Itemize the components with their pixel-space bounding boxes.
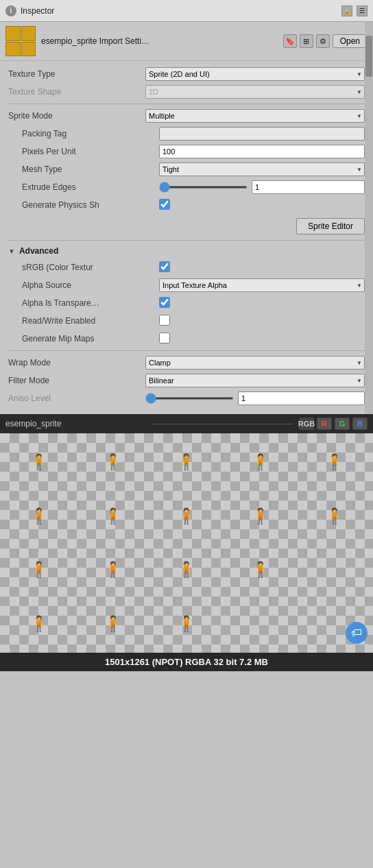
- sprite-mode-select[interactable]: Multiple: [145, 109, 365, 123]
- bookmark-icon-btn[interactable]: 🔖: [283, 34, 297, 48]
- extrude-edges-control: [159, 180, 365, 194]
- title-bar: i Inspector 🔒 ☰: [0, 0, 373, 22]
- wrap-mode-select[interactable]: Clamp: [145, 356, 365, 370]
- filter-mode-row: Filter Mode Bilinear ▼: [8, 373, 365, 388]
- alpha-source-select[interactable]: Input Texture Alpha: [159, 278, 365, 292]
- texture-type-label: Texture Type: [8, 69, 145, 79]
- generate-physics-label: Generate Physics Sh: [22, 200, 159, 210]
- sprite-thumb-3: [5, 42, 21, 57]
- sprite-mode-label: Sprite Mode: [8, 111, 145, 121]
- generate-physics-checkbox[interactable]: [159, 199, 170, 210]
- extrude-edges-slider[interactable]: [159, 186, 248, 189]
- inspector-icon: i: [5, 5, 16, 16]
- sprite-preview: 🧍 🧍 🧍 🧍 🧍 🧍 🧍 🧍 🧍 🧍 🧍 🧍 🧍 🧍 🧍 🧍 🧍 1: [0, 433, 373, 671]
- divider-2: [8, 240, 365, 241]
- texture-type-control: Sprite (2D and UI) ▼: [145, 67, 365, 81]
- srgb-control: [159, 261, 365, 274]
- texture-type-row: Texture Type Sprite (2D and UI) ▼: [8, 67, 365, 82]
- packing-tag-input[interactable]: [159, 127, 365, 141]
- aniso-level-row: Aniso Level: [8, 391, 365, 406]
- sprite-cell-16: 🧍: [3, 598, 75, 651]
- aniso-level-label: Aniso Level: [8, 394, 145, 403]
- alpha-transparent-checkbox[interactable]: [159, 297, 170, 308]
- aniso-level-slider[interactable]: [145, 397, 234, 400]
- sprite-cell-7: 🧍: [77, 490, 149, 543]
- pixels-per-unit-label: Pixels Per Unit: [22, 147, 159, 156]
- menu-button[interactable]: ☰: [357, 5, 368, 16]
- sprite-cell-5: 🧍: [298, 436, 370, 489]
- scrollbar[interactable]: [365, 22, 373, 414]
- mesh-type-select[interactable]: Tight: [159, 162, 365, 176]
- sprite-cell-4: 🧍: [224, 436, 297, 489]
- generate-physics-control: [159, 199, 365, 212]
- title-bar-controls: 🔒 ☰: [341, 5, 368, 16]
- srgb-checkbox[interactable]: [159, 261, 170, 272]
- read-write-control: [159, 315, 365, 328]
- asset-header-buttons: 🔖 ⊞ ⚙ Open: [283, 34, 368, 48]
- channel-g-button[interactable]: G: [335, 418, 350, 430]
- sprite-cell-10: 🧍: [298, 490, 370, 543]
- channel-r-button[interactable]: R: [317, 418, 332, 430]
- srgb-label: sRGB (Color Textur: [22, 263, 159, 272]
- sprite-cell-13: 🧍: [150, 544, 223, 596]
- texture-shape-control: 2D ▼: [145, 85, 365, 99]
- texture-shape-row: Texture Shape 2D ▼: [8, 84, 365, 99]
- sprite-cell-9: 🧍: [224, 490, 297, 543]
- filter-mode-control: Bilinear ▼: [145, 374, 365, 387]
- filter-mode-label: Filter Mode: [8, 376, 145, 385]
- channel-rgb-button[interactable]: RGB: [299, 418, 314, 430]
- texture-type-select[interactable]: Sprite (2D and UI): [145, 67, 365, 81]
- srgb-row: sRGB (Color Textur: [8, 260, 365, 275]
- generate-mip-label: Generate Mip Maps: [22, 334, 159, 343]
- sprite-thumb-4: [21, 42, 36, 57]
- asset-icon: [5, 26, 36, 56]
- advanced-section-header[interactable]: ▼ Advanced: [8, 246, 365, 256]
- sprite-cell-15: [298, 544, 370, 596]
- inspector-panel: esempio_sprite Import Setti… 🔖 ⊞ ⚙ Open …: [0, 22, 373, 414]
- scrollbar-thumb[interactable]: [365, 36, 372, 77]
- aniso-level-control: [145, 391, 365, 405]
- alpha-source-label: Alpha Source: [22, 280, 159, 290]
- preview-bar: esempio_sprite RGB R G B: [0, 414, 373, 433]
- pixels-per-unit-row: Pixels Per Unit: [8, 144, 365, 159]
- extrude-edges-row: Extrude Edges: [8, 180, 365, 195]
- sprite-cell-19: [224, 598, 297, 651]
- extrude-edges-value[interactable]: [252, 180, 365, 194]
- open-button[interactable]: Open: [333, 34, 368, 48]
- packing-tag-row: Packing Tag: [8, 126, 365, 141]
- filter-mode-select[interactable]: Bilinear: [145, 374, 365, 387]
- sprite-cell-8: 🧍: [150, 490, 223, 543]
- sprite-cell-1: 🧍: [3, 436, 75, 489]
- sprite-cell-2: 🧍: [77, 436, 149, 489]
- sprite-editor-button[interactable]: Sprite Editor: [296, 218, 365, 234]
- layout-icon-btn[interactable]: ⊞: [300, 34, 313, 48]
- lock-button[interactable]: 🔒: [341, 5, 352, 16]
- advanced-arrow-icon: ▼: [8, 248, 15, 255]
- sprite-editor-row: Sprite Editor: [8, 218, 365, 234]
- sprite-cell-14: 🧍: [224, 544, 297, 596]
- divider-3: [8, 350, 365, 351]
- wrap-mode-control: Clamp ▼: [145, 356, 365, 370]
- texture-shape-select[interactable]: 2D: [145, 85, 365, 99]
- aniso-level-value[interactable]: [238, 391, 365, 405]
- sprite-thumb-1: [5, 26, 21, 41]
- inspector-title: Inspector: [21, 6, 54, 16]
- settings-area: Texture Type Sprite (2D and UI) ▼ Textur…: [0, 61, 373, 414]
- pixels-per-unit-input[interactable]: [159, 145, 365, 158]
- mesh-type-label: Mesh Type: [22, 165, 159, 174]
- asset-title: esempio_sprite Import Setti…: [41, 36, 278, 46]
- sprite-grid: 🧍 🧍 🧍 🧍 🧍 🧍 🧍 🧍 🧍 🧍 🧍 🧍 🧍 🧍 🧍 🧍 🧍: [0, 433, 373, 653]
- mesh-type-row: Mesh Type Tight ▼: [8, 162, 365, 177]
- texture-shape-label: Texture Shape: [8, 87, 145, 97]
- channel-b-button[interactable]: B: [352, 418, 368, 430]
- read-write-checkbox[interactable]: [159, 315, 170, 326]
- sprite-cell-18: 🧍: [150, 598, 223, 651]
- generate-mip-checkbox[interactable]: [159, 333, 170, 343]
- preview-divider: [152, 424, 293, 424]
- gear-icon-btn[interactable]: ⚙: [316, 34, 330, 48]
- tag-icon[interactable]: 🏷: [346, 622, 368, 644]
- checkerboard-bg: 🧍 🧍 🧍 🧍 🧍 🧍 🧍 🧍 🧍 🧍 🧍 🧍 🧍 🧍 🧍 🧍 🧍: [0, 433, 373, 653]
- preview-info: 1501x1261 (NPOT) RGBA 32 bit 7.2 MB: [0, 653, 373, 671]
- asset-header: esempio_sprite Import Setti… 🔖 ⊞ ⚙ Open: [0, 22, 373, 61]
- sprite-cell-6: 🧍: [3, 490, 75, 543]
